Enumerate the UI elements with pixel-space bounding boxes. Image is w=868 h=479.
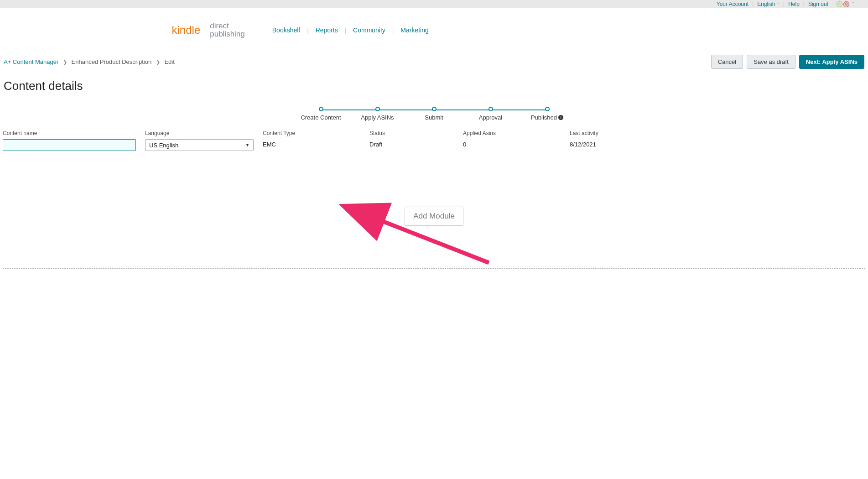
step-published: Published i bbox=[519, 107, 576, 121]
chevron-right-icon: ❯ bbox=[63, 59, 67, 65]
step-dot bbox=[375, 107, 380, 111]
add-module-button[interactable]: Add Module bbox=[405, 207, 463, 226]
help-link[interactable]: Help bbox=[788, 1, 800, 7]
logo-brand: kindle bbox=[172, 24, 201, 36]
separator: | bbox=[345, 27, 346, 34]
happy-face-icon[interactable]: ☺ bbox=[837, 1, 842, 7]
status-label: Status bbox=[369, 130, 454, 136]
separator: | bbox=[783, 1, 785, 7]
breadcrumb: A+ Content Manager ❯ Enhanced Product De… bbox=[4, 58, 175, 65]
step-label: Create Content bbox=[301, 114, 341, 121]
page-title: Content details bbox=[0, 73, 868, 107]
last-activity-label: Last activity bbox=[570, 130, 856, 136]
signout-link[interactable]: Sign out bbox=[808, 1, 828, 7]
content-type-value: EMC bbox=[263, 139, 360, 148]
applied-asins-label: Applied Asins bbox=[463, 130, 561, 136]
cancel-button[interactable]: Cancel bbox=[711, 55, 743, 69]
step-submit: Submit bbox=[406, 107, 463, 121]
last-activity-value: 8/12/2021 bbox=[570, 139, 856, 148]
step-apply-asins: Apply ASINs bbox=[349, 107, 406, 121]
language-value: US English bbox=[149, 142, 178, 149]
breadcrumb-mid: Enhanced Product Description bbox=[72, 58, 152, 65]
action-buttons: Cancel Save as draft Next: Apply ASINs bbox=[711, 55, 864, 69]
content-name-label: Content name bbox=[3, 130, 136, 136]
module-dropzone: Add Module bbox=[3, 164, 865, 269]
step-label: Published i bbox=[531, 114, 563, 121]
breadcrumb-current: Edit bbox=[164, 58, 174, 65]
step-dot bbox=[319, 107, 323, 111]
vertical-divider bbox=[205, 21, 205, 39]
page-top: A+ Content Manager ❯ Enhanced Product De… bbox=[0, 49, 868, 73]
step-label: Approval bbox=[479, 114, 502, 121]
separator: | bbox=[752, 1, 754, 7]
header: kindle direct publishing Bookshelf | Rep… bbox=[0, 8, 868, 49]
separator: | bbox=[392, 27, 394, 34]
nav-reports[interactable]: Reports bbox=[316, 26, 338, 34]
separator: | bbox=[307, 27, 308, 34]
next-apply-asins-button[interactable]: Next: Apply ASINs bbox=[799, 55, 864, 69]
breadcrumb-root[interactable]: A+ Content Manager bbox=[4, 58, 58, 65]
chevron-down-icon[interactable]: ˅ bbox=[852, 2, 854, 6]
logo-subtitle: direct publishing bbox=[210, 22, 245, 38]
language-select[interactable]: US English ▼ bbox=[145, 139, 254, 151]
info-icon[interactable]: i bbox=[558, 115, 563, 120]
nav-community[interactable]: Community bbox=[353, 26, 385, 34]
top-bar: Your Account | English ˅ | Help | Sign o… bbox=[0, 0, 868, 8]
your-account-link[interactable]: Your Account bbox=[717, 1, 748, 7]
chevron-right-icon: ❯ bbox=[156, 59, 160, 65]
language-label: Language bbox=[145, 130, 254, 136]
step-label: Submit bbox=[425, 114, 443, 121]
save-draft-button[interactable]: Save as draft bbox=[747, 55, 795, 69]
step-dot bbox=[489, 107, 493, 111]
progress-stepper: Create Content Apply ASINs Submit Approv… bbox=[0, 107, 868, 121]
step-approval: Approval bbox=[463, 107, 519, 121]
step-dot bbox=[432, 107, 437, 111]
step-create-content: Create Content bbox=[293, 107, 349, 121]
details-grid: Content name Language US English ▼ Conte… bbox=[0, 130, 868, 151]
step-dot bbox=[545, 107, 550, 111]
nav-marketing[interactable]: Marketing bbox=[400, 26, 428, 34]
language-selector[interactable]: English ˅ bbox=[757, 1, 780, 7]
sad-face-icon[interactable]: ☹ bbox=[843, 1, 849, 7]
step-label: Apply ASINs bbox=[361, 114, 394, 121]
content-name-input[interactable] bbox=[3, 139, 136, 151]
nav-bookshelf[interactable]: Bookshelf bbox=[272, 26, 300, 34]
status-value: Draft bbox=[369, 139, 454, 148]
triangle-down-icon: ▼ bbox=[245, 143, 249, 147]
separator: | bbox=[803, 1, 805, 7]
applied-asins-value: 0 bbox=[463, 139, 561, 148]
kdp-logo[interactable]: kindle direct publishing bbox=[172, 21, 245, 39]
main-nav: Bookshelf | Reports | Community | Market… bbox=[272, 26, 429, 34]
chevron-down-icon: ˅ bbox=[776, 2, 780, 7]
content-type-label: Content Type bbox=[263, 130, 360, 136]
